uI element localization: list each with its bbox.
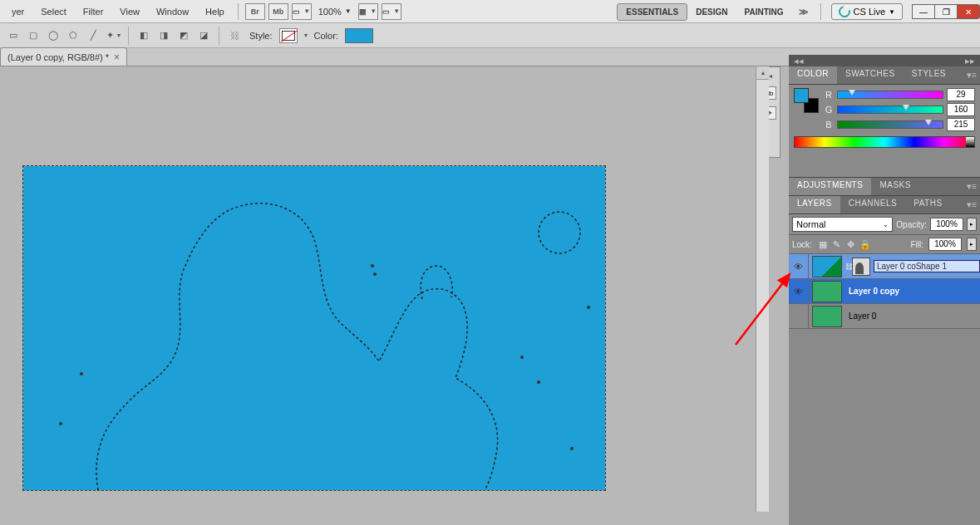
layer-name: Layer 0 copy (845, 287, 980, 296)
g-label: G (824, 105, 834, 115)
menu-select[interactable]: Select (32, 3, 75, 20)
visibility-toggle-icon[interactable]: 👁 (789, 279, 809, 303)
svg-point-4 (537, 380, 540, 384)
document-tab[interactable]: (Layer 0 copy, RGB/8#) * × (0, 47, 127, 66)
layer-row-layer0copy[interactable]: 👁 Layer 0 copy (789, 279, 980, 304)
menu-layer[interactable]: yer (3, 3, 32, 20)
chain-icon[interactable]: ⛓ (226, 29, 243, 42)
menu-view[interactable]: View (111, 3, 148, 20)
svg-point-6 (570, 447, 574, 450)
g-value[interactable]: 160 (947, 103, 975, 116)
fill-label: Fill: (910, 240, 923, 249)
minimize-button[interactable]: — (912, 4, 935, 19)
lock-all-icon[interactable]: 🔒 (859, 238, 871, 250)
r-label: R (824, 90, 834, 100)
canvas-area[interactable] (0, 66, 756, 525)
workspace-more-icon[interactable]: ≫ (792, 7, 815, 17)
lock-position-icon[interactable]: ✥ (845, 238, 857, 250)
style-picker[interactable] (279, 28, 298, 43)
layer-thumbnail[interactable] (812, 281, 842, 302)
rectangle-shape-icon[interactable]: ▭ (5, 29, 22, 42)
path-mode-intersect-icon[interactable]: ◩ (175, 29, 192, 42)
zoom-dropdown[interactable]: 100%▼ (318, 7, 352, 17)
r-value[interactable]: 29 (947, 88, 975, 101)
menu-bar: yer Select Filter View Window Help Br Mb… (0, 0, 980, 23)
path-mode-subtract-icon[interactable]: ◨ (155, 29, 172, 42)
r-slider[interactable] (837, 91, 943, 99)
close-tab-icon[interactable]: × (114, 52, 120, 63)
tab-layers[interactable]: LAYERS (789, 196, 840, 213)
tab-masks[interactable]: MASKS (871, 178, 919, 195)
path-mode-add-icon[interactable]: ◧ (135, 29, 152, 42)
screen-icon[interactable]: ▭▼ (382, 3, 401, 20)
close-button[interactable]: ✕ (957, 4, 980, 19)
lock-transparent-icon[interactable]: ▦ (817, 238, 829, 250)
foreground-background-swatch[interactable] (794, 88, 819, 113)
workspace-painting[interactable]: PAINTING (736, 4, 792, 20)
vertical-scrollbar[interactable]: ▴ (756, 66, 769, 512)
menu-window[interactable]: Window (148, 3, 197, 20)
svg-point-2 (373, 272, 377, 276)
adjustments-panel-tabs: ADJUSTMENTS MASKS ▾≡ (789, 178, 980, 196)
b-value[interactable]: 215 (947, 118, 975, 131)
rounded-rect-shape-icon[interactable]: ▢ (25, 29, 42, 42)
tab-paths[interactable]: PATHS (905, 196, 950, 213)
vector-mask-thumbnail[interactable] (852, 258, 870, 276)
fill-value[interactable]: 100% (928, 238, 962, 251)
layers-panel-tabs: LAYERS CHANNELS PATHS ▾≡ (789, 196, 980, 214)
visibility-toggle-icon[interactable]: 👁 (789, 254, 809, 278)
color-spectrum[interactable] (794, 136, 975, 148)
workspace-design[interactable]: DESIGN (687, 4, 736, 20)
restore-button[interactable]: ❐ (934, 4, 958, 19)
screen-mode-icon[interactable]: ▭▼ (292, 3, 312, 20)
color-panel: R 29 G 160 B 215 (789, 85, 980, 178)
style-label: Style: (249, 31, 273, 41)
arrange-docs-icon[interactable]: ▦▼ (358, 3, 378, 20)
layer-thumbnail[interactable] (812, 256, 842, 277)
visibility-toggle-icon[interactable]: 👁 (789, 304, 809, 328)
tab-channels[interactable]: CHANNELS (840, 196, 905, 213)
menu-filter[interactable]: Filter (75, 3, 111, 20)
menu-help[interactable]: Help (197, 3, 233, 20)
lock-label: Lock: (792, 240, 812, 249)
cslive-icon (836, 3, 852, 19)
layer-name: Layer 0 (845, 312, 980, 321)
opacity-flyout-icon[interactable]: ▸ (967, 218, 977, 231)
polygon-shape-icon[interactable]: ⬠ (65, 29, 81, 42)
line-shape-icon[interactable]: ╱ (85, 29, 101, 42)
tab-swatches[interactable]: SWATCHES (837, 66, 904, 84)
g-slider[interactable] (837, 105, 943, 114)
layer-row-shape1[interactable]: 👁 ⛓ Layer 0 coShape 1 (789, 254, 980, 279)
layer-rename-input[interactable]: Layer 0 coShape 1 (874, 260, 980, 272)
layer-thumbnail[interactable] (812, 306, 842, 327)
workspace-essentials[interactable]: ESSENTIALS (617, 3, 687, 21)
svg-point-8 (59, 422, 62, 425)
svg-point-3 (520, 356, 524, 359)
color-panel-tabs: COLOR SWATCHES STYLES ▾≡ (789, 66, 980, 85)
document-canvas[interactable] (23, 166, 605, 490)
path-mode-exclude-icon[interactable]: ◪ (195, 29, 212, 42)
opacity-value[interactable]: 100% (930, 218, 963, 231)
cslive-button[interactable]: CS Live ▼ (831, 3, 903, 20)
layer-link-icon: ⛓ (845, 262, 852, 271)
fill-color-swatch[interactable] (345, 28, 373, 43)
b-label: B (824, 120, 834, 130)
custom-shape-icon[interactable]: ✦▾ (105, 29, 121, 42)
blend-mode-select[interactable]: Normal⌄ (792, 217, 893, 232)
fill-flyout-icon[interactable]: ▸ (967, 238, 977, 251)
ellipse-shape-icon[interactable]: ◯ (45, 29, 62, 42)
b-slider[interactable] (837, 120, 943, 129)
minibridge-icon[interactable]: Mb (268, 3, 288, 20)
tab-color[interactable]: COLOR (789, 66, 837, 84)
svg-point-0 (539, 212, 580, 253)
bridge-icon[interactable]: Br (245, 3, 265, 20)
tab-adjustments[interactable]: ADJUSTMENTS (789, 178, 871, 195)
options-bar: ▭ ▢ ◯ ⬠ ╱ ✦▾ ◧ ◨ ◩ ◪ ⛓ Style: ▾ Color: (0, 23, 980, 48)
lock-pixels-icon[interactable]: ✎ (831, 238, 843, 250)
panel-menu-icon[interactable]: ▾≡ (954, 66, 980, 84)
adj-panel-menu-icon[interactable]: ▾≡ (919, 178, 980, 195)
layers-panel-menu-icon[interactable]: ▾≡ (951, 196, 980, 213)
svg-point-1 (371, 264, 374, 267)
tab-styles[interactable]: STYLES (904, 66, 954, 84)
layer-row-layer0[interactable]: 👁 Layer 0 (789, 304, 980, 329)
